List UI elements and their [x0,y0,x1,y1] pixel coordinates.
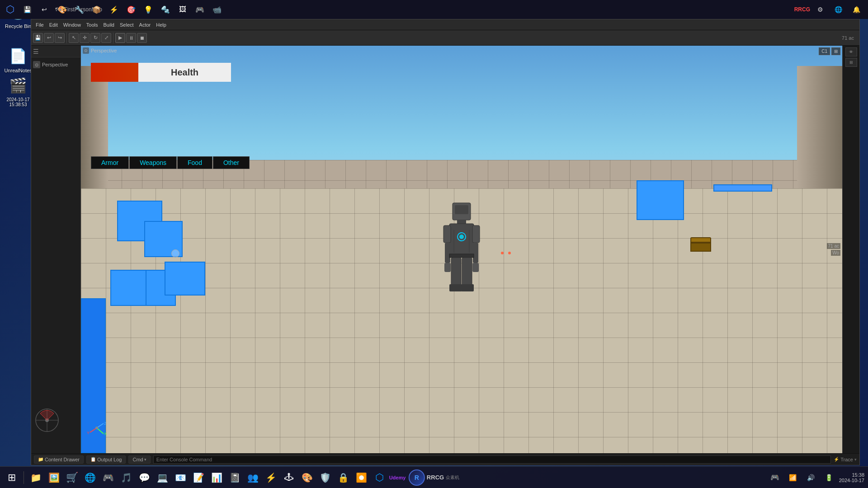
undo-btn[interactable]: ↩ [44,33,54,43]
sidebar-toggle-btn[interactable]: ☰ [33,48,39,55]
gizmo-compass [33,407,61,435]
top-icon-6[interactable]: 💡 [140,1,156,18]
taskbar-spotify[interactable]: 🎵 [118,469,134,486]
save-btn[interactable]: 💾 [19,1,35,18]
svg-rect-12 [445,243,450,263]
taskbar-itchio[interactable]: 🕹 [281,469,297,486]
taskbar-explorer[interactable]: 📁 [28,469,44,486]
taskbar-vscode[interactable]: 💻 [154,469,170,486]
taskbar-word[interactable]: 📝 [190,469,207,486]
right-panel-btn-eye[interactable]: 👁 [845,47,857,56]
top-icon-10[interactable]: 📹 [209,1,225,18]
taskbar-browser[interactable]: 🌐 [82,469,98,486]
top-icon-2[interactable]: 🔧 [71,1,88,18]
toolbar: 💾 ↩ ↪ ↖ ✛ ↻ ⤢ ▶ ⏸ ⏹ 71 ac [31,30,859,46]
console-input[interactable] [153,455,831,464]
status-bar: 📁 Content Drawer 📋 Output Log Cmd ▾ ⚡ Tr… [31,453,859,465]
camera-btn-1[interactable]: C1 [819,47,830,55]
cmd-arrow: ▾ [144,457,146,462]
move-btn[interactable]: ✛ [80,33,90,43]
taskbar-slack[interactable]: 📧 [172,469,189,486]
camera-btn-2[interactable]: ⊞ [831,47,840,55]
taskbar-photos[interactable]: 🖼️ [46,469,62,486]
svg-text:Z: Z [104,421,107,426]
toolbar-sep1 [66,33,67,43]
taskbar-epic[interactable]: ⚡ [263,469,279,486]
tab-food[interactable]: Food [177,156,212,169]
tray-audio[interactable]: 🔊 [803,469,819,486]
cmd-dropdown-btn[interactable]: Cmd ▾ [128,455,150,464]
jitter-icon: ⚡ [834,457,839,462]
taskbar-obs[interactable]: ⏺️ [353,469,369,486]
menu-help[interactable]: Help [153,21,169,28]
top-icon-1[interactable]: 🎨 [54,1,71,18]
select-btn[interactable]: ↖ [69,33,79,43]
svg-rect-11 [472,225,480,243]
taskbar-ue5[interactable]: ⬡ [371,469,387,486]
svg-rect-13 [473,243,478,263]
top-icon-3[interactable]: 📦 [89,1,105,18]
taskbar-discord[interactable]: 💬 [136,469,152,486]
top-icon-8[interactable]: 🖼 [175,1,191,18]
tab-weapons[interactable]: Weapons [129,156,177,169]
taskbar-store[interactable]: 🛒 [64,469,80,486]
video-label: 2024-10-17 15:38:53 [6,97,29,107]
top-icon-4[interactable]: ⚡ [106,1,122,18]
taskbar-udemy[interactable]: Udemy [389,469,406,486]
content-drawer-btn[interactable]: 📁 Content Drawer [34,455,84,464]
perspective-selector[interactable]: ⊙ Perspective [31,57,80,72]
menu-tools[interactable]: Tools [84,21,101,28]
unreal-notes-icon: 📄 [7,45,29,67]
svg-rect-5 [455,205,468,214]
play-btn[interactable]: ▶ [115,33,125,43]
menu-actor[interactable]: Actor [137,21,154,28]
taskbar-onenote[interactable]: 📓 [226,469,243,486]
taskbar-antivirus[interactable]: 🛡️ [317,469,333,486]
top-icon-5[interactable]: 🎯 [123,1,139,18]
dot-1 [501,252,504,254]
taskbar: ⊞ 📁 🖼️ 🛒 🌐 🎮 🎵 💬 💻 📧 📝 📊 📓 👥 ⚡ 🕹 🎨 🛡️ 🔒 … [0,466,868,488]
content-drawer-label: Content Drawer [45,457,80,462]
start-button[interactable]: ⊞ [4,469,20,486]
svg-rect-18 [462,258,472,286]
taskbar-game1[interactable]: 🎮 [100,469,116,486]
menu-bar: File Edit Window Tools Build Select Acto… [31,19,859,30]
taskbar-security[interactable]: 🔒 [335,469,351,486]
revision-btn[interactable]: ↩ [36,1,52,18]
viewport-area[interactable]: Health Armor Weapons Food Other ⊙ Perspe… [81,46,842,453]
taskbar-excel[interactable]: 📊 [208,469,225,486]
taskbar-creative[interactable]: 🎨 [299,469,315,486]
output-log-btn[interactable]: 📋 Output Log [86,455,126,464]
viewport-perspective-label[interactable]: ⊙ Perspective [83,47,117,54]
menu-file[interactable]: File [33,21,47,28]
desktop: 🗑️ Recycle Bin 📄 UnrealNotes 🎬 2024-10-1… [0,0,868,488]
menu-edit[interactable]: Edit [47,21,61,28]
pause-btn[interactable]: ⏸ [126,33,136,43]
svg-rect-20 [461,284,474,291]
taskbar-teams[interactable]: 👥 [245,469,261,486]
rotate-btn[interactable]: ↻ [90,33,100,43]
trace-btn[interactable]: ⚡ Trace ▾ [834,457,857,462]
right-panel-btn-grid[interactable]: ⊞ [845,58,857,67]
tab-other[interactable]: Other [213,156,250,169]
top-taskbar: ⬡ 💾 ↩ 🗺 FirstPersonMap 🎨 🔧 📦 ⚡ 🎯 💡 🔩 🖼 🎮… [0,0,868,19]
stop-btn[interactable]: ⏹ [137,33,147,43]
tray-battery[interactable]: 🔋 [821,469,837,486]
scale-btn[interactable]: ⤢ [101,33,111,43]
tray-steam[interactable]: 🎮 [767,469,783,486]
blue-box-far [637,180,684,220]
menu-select[interactable]: Select [117,21,137,28]
top-icon-9[interactable]: 🎮 [192,1,208,18]
menu-window[interactable]: Window [61,21,84,28]
menu-build[interactable]: Build [101,21,117,28]
redo-btn[interactable]: ↪ [55,33,65,43]
network-icon[interactable]: 🌐 [830,1,846,18]
top-icon-7[interactable]: 🔩 [157,1,174,18]
notif-icon[interactable]: 🔔 [848,1,864,18]
save-toolbar-btn[interactable]: 💾 [33,33,43,43]
health-bar-container: Health [91,63,231,82]
settings-icon[interactable]: ⚙ [812,1,828,18]
tray-network[interactable]: 📶 [785,469,801,486]
svg-text:X: X [104,432,107,436]
tab-armor[interactable]: Armor [91,156,129,169]
